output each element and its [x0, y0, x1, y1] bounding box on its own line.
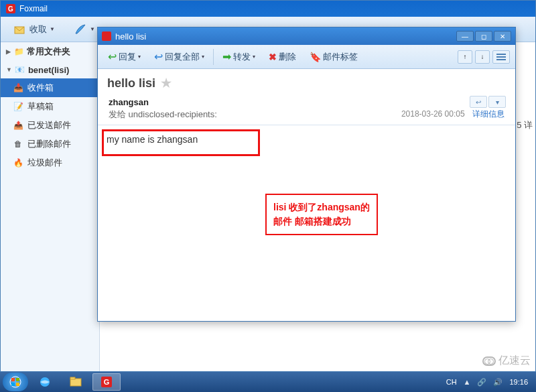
main-titlebar[interactable]: G Foxmail	[1, 1, 535, 17]
inbox-icon: 📥	[13, 82, 23, 93]
expand-arrow-icon: ▼	[6, 66, 12, 73]
sidebar-item-spam[interactable]: 🔥 垃圾邮件	[1, 153, 99, 172]
taskbar-explorer[interactable]	[62, 373, 90, 391]
svg-rect-8	[70, 377, 75, 379]
message-window-title: hello lisi	[115, 31, 146, 42]
tags-button[interactable]: 🔖 邮件标签	[305, 48, 362, 66]
spam-icon: 🔥	[13, 157, 23, 168]
forward-button[interactable]: ➡ 转发 ▾	[218, 48, 260, 66]
chevron-down-icon: ▾	[138, 54, 141, 60]
message-titlebar[interactable]: hello lisi — ◻ ✕	[98, 27, 515, 45]
app-title: Foxmail	[19, 4, 48, 13]
next-message-button[interactable]: ↓	[475, 50, 490, 64]
svg-rect-3	[16, 378, 19, 381]
collapse-arrow-icon: ▶	[6, 48, 11, 55]
reply-button[interactable]: ↩ 回复 ▾	[103, 48, 145, 66]
message-body: my name is zhangsan lisi 收到了zhangsan的 邮件…	[98, 125, 515, 313]
message-window: hello lisi — ◻ ✕ ↩ 回复 ▾ ↩ 回复全部 ▾ ➡ 转发 ▾ …	[97, 27, 516, 322]
reply-all-button[interactable]: ↩ 回复全部 ▾	[149, 48, 209, 66]
detail-link[interactable]: 详细信息	[472, 109, 505, 119]
message-body-text: my name is zhangsan	[107, 134, 198, 145]
receive-button[interactable]: 收取 ▼	[7, 19, 61, 40]
message-header: hello lisi ★ ↩ ▾ zhangsan 发给 undisclosed…	[98, 69, 515, 125]
delete-x-icon: ✖	[269, 52, 277, 62]
chevron-down-icon: ▼	[50, 26, 55, 32]
account-icon: 📧	[15, 64, 25, 75]
feather-icon	[74, 23, 87, 36]
folder-icon: 📁	[13, 46, 24, 57]
foxmail-logo-icon: G	[6, 4, 15, 13]
list-menu-button[interactable]	[492, 50, 510, 64]
reply-arrow-icon: ↩	[108, 50, 117, 63]
close-button[interactable]: ✕	[494, 31, 511, 42]
sender-name: zhangsan	[109, 97, 505, 107]
annotation-callout: lisi 收到了zhangsan的 邮件 邮箱搭建成功	[265, 194, 378, 235]
maximize-button[interactable]: ◻	[475, 31, 492, 42]
tag-icon: 🔖	[310, 52, 321, 62]
trash-icon: 🗑	[13, 139, 23, 149]
minimize-button[interactable]: —	[456, 31, 474, 42]
watermark: 亿速云	[482, 354, 531, 368]
taskbar: G CH ▲ 🔗 🔊 19:16	[0, 372, 536, 392]
reply-all-arrow-icon: ↩	[154, 50, 163, 63]
chevron-down-icon: ▼	[90, 26, 95, 32]
start-button[interactable]	[3, 373, 28, 391]
drafts-icon: 📝	[13, 101, 23, 112]
taskbar-foxmail[interactable]: G	[92, 373, 121, 391]
toolbar-separator	[213, 49, 214, 65]
cutoff-text: 5 详	[517, 119, 533, 131]
quick-reply-button[interactable]: ↩	[470, 96, 487, 108]
svg-rect-7	[70, 379, 81, 386]
quick-reply-dropdown[interactable]: ▾	[488, 96, 506, 108]
message-subject: hello lisi	[107, 76, 155, 90]
ime-indicator[interactable]: CH	[446, 378, 457, 386]
receive-label: 收取	[29, 23, 47, 36]
system-tray: CH ▲ 🔗 🔊 19:16	[446, 378, 533, 387]
prev-message-button[interactable]: ↑	[458, 50, 472, 64]
watermark-icon	[482, 356, 496, 366]
tray-flag-icon[interactable]: ▲	[464, 378, 471, 386]
sidebar-folder-account[interactable]: ▼ 📧 benet(lisi)	[1, 61, 99, 78]
compose-button[interactable]: ▼	[68, 19, 101, 40]
sidebar-item-sent[interactable]: 📤 已发送邮件	[1, 116, 99, 135]
sidebar-item-deleted[interactable]: 🗑 已删除邮件	[1, 135, 99, 153]
annotation-highlight-box: my name is zhangsan	[102, 129, 260, 156]
sidebar-folder-common[interactable]: ▶ 📁 常用文件夹	[1, 42, 99, 61]
message-timestamp: 2018-03-26 00:05 详细信息	[401, 109, 505, 120]
taskbar-ie[interactable]	[31, 373, 59, 391]
svg-rect-5	[16, 383, 19, 386]
tray-clock[interactable]: 19:16	[509, 378, 528, 386]
star-toggle[interactable]: ★	[161, 76, 172, 90]
chevron-down-icon: ▾	[253, 54, 255, 60]
chevron-down-icon: ▾	[202, 54, 204, 60]
sidebar: ▶ 📁 常用文件夹 ▼ 📧 benet(lisi) 📥 收件箱 📝 草稿箱 📤 …	[1, 42, 100, 371]
recipients-label: 发给 undisclosed-recipients:	[109, 109, 217, 119]
tray-network-icon[interactable]: 🔗	[477, 378, 486, 387]
foxmail-logo-icon: G	[101, 377, 112, 387]
forward-arrow-icon: ➡	[222, 50, 231, 63]
sent-icon: 📤	[13, 120, 23, 131]
sidebar-item-inbox[interactable]: 📥 收件箱	[1, 78, 99, 97]
foxmail-logo-icon	[102, 31, 111, 41]
delete-button[interactable]: ✖ 删除	[264, 48, 301, 66]
tray-volume-icon[interactable]: 🔊	[493, 378, 503, 387]
sidebar-item-drafts[interactable]: 📝 草稿箱	[1, 97, 99, 116]
svg-rect-2	[11, 378, 15, 381]
svg-rect-4	[11, 383, 15, 386]
message-toolbar: ↩ 回复 ▾ ↩ 回复全部 ▾ ➡ 转发 ▾ ✖ 删除 🔖 邮件标签 ↑ ↓	[98, 45, 515, 69]
receive-icon	[13, 23, 27, 36]
